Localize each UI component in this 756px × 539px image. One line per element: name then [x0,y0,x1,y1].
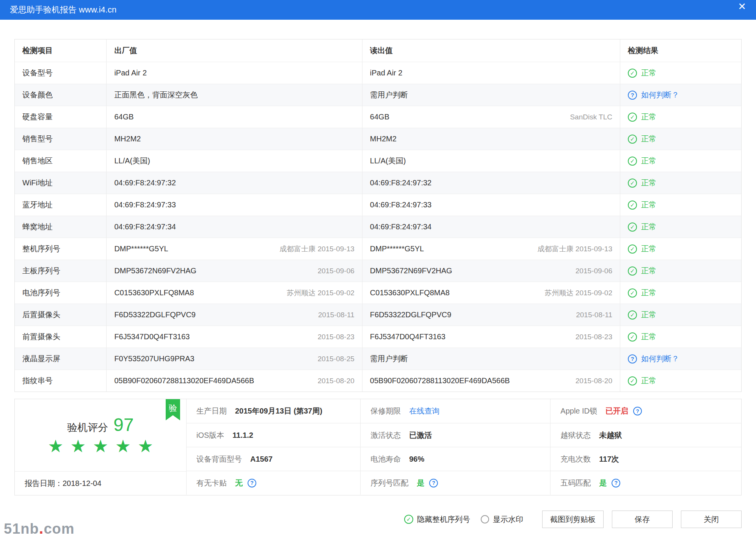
summary-label: iOS版本 [196,430,224,440]
table-row: 设备型号 iPad Air 2 iPad Air 2 ✓ ? 正常 [15,62,741,84]
hide-serial-toggle[interactable]: ✓ 隐藏整机序列号 [404,514,470,525]
star-icon: ★ [48,436,63,456]
footer-controls: ✓ 隐藏整机序列号 显示水印 截图到剪贴板 保存 关闭 [14,511,742,528]
row-item-label: 硬盘容量 [15,106,106,128]
question-circle-icon[interactable]: ? [633,407,642,415]
factory-cell: DMP53672N69FV2HAG 2015-09-06 [106,260,362,282]
row-item-label: 设备颜色 [15,84,106,106]
close-icon[interactable]: ✕ [738,2,746,11]
report-date-label: 报告日期： [25,478,63,489]
checked-circle-icon[interactable]: ✓ [404,515,413,524]
star-icon: ★ [138,436,153,456]
factory-extra: 2015-08-20 [318,377,354,385]
summary-label: 设备背面型号 [196,454,242,464]
summary-cell: 激活状态 已激活 ? [360,423,550,447]
summary-value: A1567 [250,455,273,464]
row-item-label: 设备型号 [15,62,106,84]
summary-label: 序列号匹配 [370,478,408,488]
result-label: 正常 [641,134,656,144]
close-button[interactable]: 关闭 [681,511,742,528]
summary-label: 激活状态 [370,430,401,440]
star-icon: ★ [70,436,86,456]
read-value: 需用户判断 [370,90,408,100]
summary-label: 五码匹配 [560,478,591,488]
header-result: 检测结果 [620,39,741,62]
screenshot-to-clipboard-button[interactable]: 截图到剪贴板 [542,511,604,528]
factory-cell: MH2M2 [106,128,362,150]
summary-cell: 五码匹配 是 ? [550,471,741,495]
header-read: 读出值 [362,39,620,62]
read-cell: iPad Air 2 [362,62,620,84]
question-circle-icon[interactable]: ? [429,479,438,487]
read-extra: 2015-08-11 [576,311,612,319]
result-cell: ✓ ? 正常 [620,62,741,84]
summary-value[interactable]: 在线查询 [409,406,439,416]
row-item-label: 指纹串号 [15,370,106,392]
read-value: iPad Air 2 [370,69,403,77]
read-value: F6J5347D0Q4FT3163 [370,332,445,341]
check-circle-icon: ✓ [628,376,637,385]
factory-value: 正面黑色，背面深空灰色 [114,90,198,100]
show-watermark-toggle[interactable]: 显示水印 [481,514,523,525]
factory-cell: 正面黑色，背面深空灰色 [106,84,362,106]
report-date-row: 报告日期： 2018-12-04 [15,471,186,495]
question-circle-icon[interactable]: ? [628,91,637,100]
summary-label: 保修期限 [370,406,401,416]
summary-info-grid: 生产日期 2015年09月13日 (第37周) ? 保修期限 在线查询 ? Ap… [186,399,741,495]
result-label: 正常 [641,266,656,276]
factory-value: iPad Air 2 [114,69,147,77]
read-cell: F6D53322DGLFQPVC9 2015-08-11 [362,304,620,326]
read-extra: 苏州顺达 2015-09-02 [545,288,612,298]
factory-extra: 2015-08-23 [318,333,354,341]
summary-cell: 设备背面型号 A1567 ? [186,447,360,471]
read-cell: 05B90F020607288113020EF469DA566B 2015-08… [362,370,620,392]
summary-cell: 生产日期 2015年09月13日 (第37周) ? [186,399,360,423]
save-button[interactable]: 保存 [612,511,673,528]
read-cell: LL/A(美国) [362,150,620,172]
read-cell: 需用户判断 [362,84,620,106]
score-panel: 验 验机评分 97 ★★★★★ 报告日期： 2018-12-04 [15,399,186,495]
report-table: 检测项目 出厂值 读出值 检测结果 设备型号 iPad Air 2 iPad A… [14,39,742,392]
watermark-logo: 51nb.com [4,519,75,537]
read-cell: MH2M2 [362,128,620,150]
factory-value: C0153630PXLFQ8MA8 [114,288,194,297]
factory-value: DMP53672N69FV2HAG [114,266,196,275]
star-icon: ★ [93,436,108,456]
summary-value: 11.1.2 [232,431,253,440]
result-label: 正常 [641,156,656,166]
summary-cell: 序列号匹配 是 ? [360,471,550,495]
table-row: 电池序列号 C0153630PXLFQ8MA8 苏州顺达 2015-09-02 … [15,282,741,304]
summary-value: 已激活 [409,430,432,440]
radio-unchecked-icon[interactable] [481,515,489,523]
result-label[interactable]: 如何判断？ [641,90,679,100]
factory-value: 04:69:F8:24:97:34 [114,222,176,231]
read-value: 64GB [370,113,389,121]
table-row: 蓝牙地址 04:69:F8:24:97:33 04:69:F8:24:97:33… [15,194,741,216]
table-row: WiFi地址 04:69:F8:24:97:32 04:69:F8:24:97:… [15,172,741,194]
summary-cell: Apple ID锁 已开启 ? [550,399,741,423]
factory-extra: 苏州顺达 2015-09-02 [287,288,354,298]
result-label: 正常 [641,112,656,122]
question-circle-icon[interactable]: ? [248,479,256,487]
summary-value: 是 [599,478,607,488]
result-label: 正常 [641,288,656,298]
question-circle-icon[interactable]: ? [628,354,637,364]
read-value: C0153630PXLFQ8MA8 [370,288,450,297]
result-label[interactable]: 如何判断？ [641,354,679,364]
factory-cell: iPad Air 2 [106,62,362,84]
check-circle-icon: ✓ [628,222,637,232]
factory-cell: F6D53322DGLFQPVC9 2015-08-11 [106,304,362,326]
question-circle-icon[interactable]: ? [612,479,620,487]
factory-cell: 05B90F020607288113020EF469DA566B 2015-08… [106,370,362,392]
read-cell: 需用户判断 [362,348,620,370]
factory-value: 04:69:F8:24:97:32 [114,179,176,187]
read-cell: DMP53672N69FV2HAG 2015-09-06 [362,260,620,282]
row-item-label: WiFi地址 [15,172,106,194]
factory-cell: F0Y535207UHG9PRA3 2015-08-25 [106,348,362,370]
summary-label: 充电次数 [560,454,591,464]
read-extra: SanDisk TLC [570,113,612,121]
row-item-label: 液晶显示屏 [15,348,106,370]
summary-label: 生产日期 [196,406,227,416]
result-cell: ✓ ? 正常 [620,172,741,194]
table-row: 整机序列号 DMP******G5YL 成都富士康 2015-09-13 DMP… [15,238,741,260]
